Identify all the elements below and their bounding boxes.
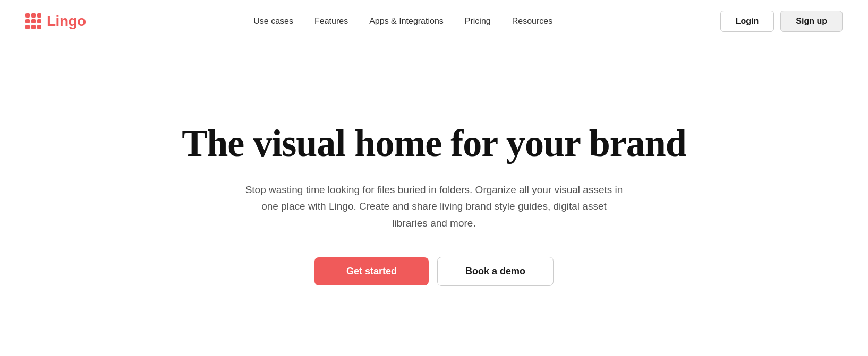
nav-item-features[interactable]: Features [314, 16, 348, 26]
main-nav: Lingo Use cases Features Apps & Integrat… [0, 0, 868, 42]
logo-dot [37, 19, 41, 23]
logo-dot [37, 13, 41, 18]
nav-link-use-cases[interactable]: Use cases [253, 16, 293, 25]
logo-dot [25, 13, 30, 18]
logo-dot [25, 25, 30, 29]
nav-link-resources[interactable]: Resources [512, 16, 552, 25]
login-button[interactable]: Login [720, 11, 775, 32]
hero-title: The visual home for your brand [182, 123, 686, 164]
hero-cta-group: Get started Book a demo [314, 257, 554, 286]
nav-link-apps-integrations[interactable]: Apps & Integrations [369, 16, 444, 25]
nav-item-use-cases[interactable]: Use cases [253, 16, 293, 26]
logo-dot [31, 19, 36, 23]
hero-subtitle: Stop wasting time looking for files buri… [243, 181, 625, 231]
nav-item-apps-integrations[interactable]: Apps & Integrations [369, 16, 444, 26]
book-demo-button[interactable]: Book a demo [437, 257, 554, 286]
logo-dot [25, 19, 30, 23]
logo-dot [37, 25, 41, 29]
logo-dot [31, 13, 36, 18]
signup-button[interactable]: Sign up [780, 11, 843, 32]
nav-item-resources[interactable]: Resources [512, 16, 552, 26]
nav-links: Use cases Features Apps & Integrations P… [253, 16, 552, 26]
get-started-button[interactable]: Get started [314, 257, 429, 285]
nav-actions: Login Sign up [720, 11, 843, 32]
nav-link-pricing[interactable]: Pricing [465, 16, 491, 25]
logo-dot [31, 25, 36, 29]
nav-item-pricing[interactable]: Pricing [465, 16, 491, 26]
nav-link-features[interactable]: Features [314, 16, 348, 25]
logo-link[interactable]: Lingo [25, 13, 86, 30]
logo-text: Lingo [47, 13, 86, 30]
logo-icon [25, 13, 41, 29]
hero-section: The visual home for your brand Stop wast… [0, 42, 868, 355]
